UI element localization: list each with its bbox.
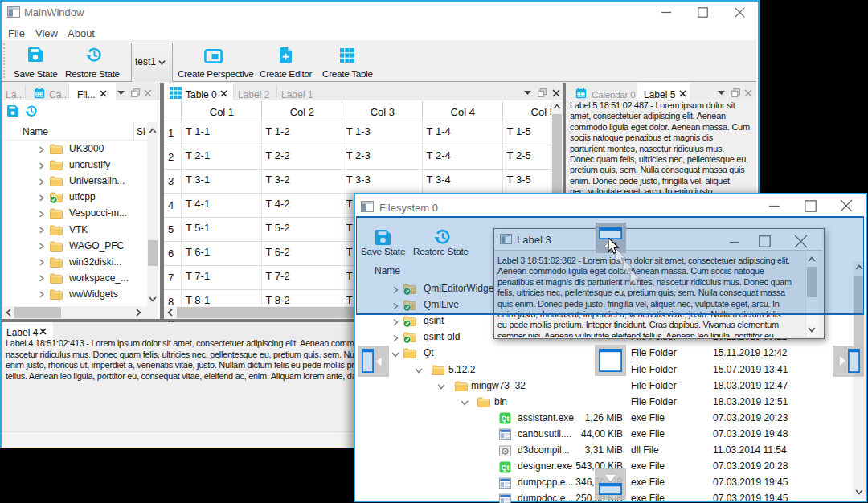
svg-text:Qt: Qt xyxy=(502,464,510,472)
svg-text:Qt: Qt xyxy=(502,415,510,423)
